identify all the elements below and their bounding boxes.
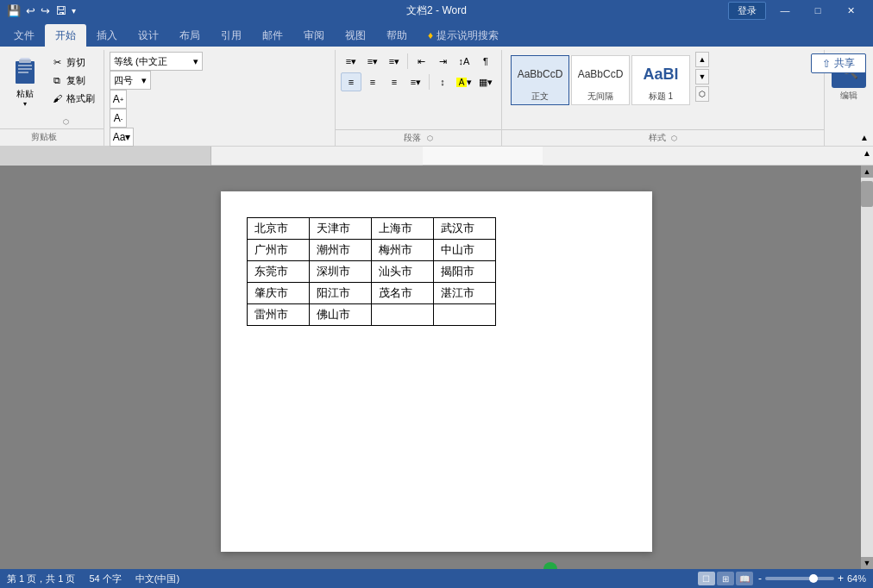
ruler-toggle-button[interactable]: ▲: [863, 148, 871, 158]
scroll-down-button[interactable]: ▼: [861, 557, 873, 569]
borders-button[interactable]: ▦▾: [475, 72, 496, 91]
quick-access-toolbar[interactable]: 💾 ↩ ↪ 🖫 ▾: [7, 4, 76, 17]
decrease-font-button[interactable]: A-: [110, 109, 127, 128]
read-mode-button[interactable]: 📖: [736, 572, 753, 585]
table-cell[interactable]: 天津市: [310, 218, 372, 240]
collapse-ribbon-button[interactable]: ▲: [857, 130, 871, 144]
justify-button[interactable]: ≡▾: [405, 72, 426, 91]
tab-design[interactable]: 设计: [128, 24, 169, 47]
font-name-selector[interactable]: 等线 (中文正 ▾: [110, 52, 203, 71]
numbering-button[interactable]: ≡▾: [362, 52, 383, 71]
format-painter-label: 格式刷: [66, 92, 95, 105]
paste-button[interactable]: 粘贴 ▾: [5, 52, 45, 109]
align-left-button[interactable]: ≡: [341, 72, 361, 91]
para-expand-icon[interactable]: ⬡: [427, 134, 433, 142]
dropdown-icon[interactable]: ▾: [72, 6, 76, 16]
maximize-button[interactable]: □: [802, 0, 833, 21]
styles-scroll-up[interactable]: ▲: [695, 52, 709, 67]
table-cell[interactable]: 肇庆市: [248, 283, 310, 304]
window-controls[interactable]: — □ ✕: [769, 0, 866, 21]
zoom-out-icon[interactable]: -: [758, 572, 762, 585]
table-cell[interactable]: 揭阳市: [434, 261, 496, 283]
increase-font-button[interactable]: A+: [110, 90, 127, 109]
style-heading1[interactable]: AaBl 标题 1: [631, 55, 690, 105]
scroll-up-button[interactable]: ▲: [861, 166, 873, 178]
login-button[interactable]: 登录: [728, 2, 766, 20]
decrease-indent-button[interactable]: ⇤: [411, 52, 431, 71]
print-layout-view-button[interactable]: ☐: [698, 572, 715, 585]
table-cell[interactable]: 深圳市: [310, 261, 372, 283]
tab-view[interactable]: 视图: [335, 24, 376, 47]
zoom-slider[interactable]: [765, 577, 834, 580]
format-painter-button[interactable]: 🖌 格式刷: [47, 90, 98, 107]
table-cell[interactable]: 潮州市: [310, 240, 372, 261]
tab-help[interactable]: 帮助: [376, 24, 418, 47]
tab-search[interactable]: ♦ 提示说明搜索: [418, 24, 509, 47]
styles-scroll-down[interactable]: ▼: [695, 69, 709, 84]
tab-home[interactable]: 开始: [45, 24, 86, 47]
styles-expand-button[interactable]: ⬡: [695, 86, 709, 102]
share-area: ⇧ 共享: [811, 53, 866, 73]
table-cell[interactable]: 茂名市: [372, 283, 434, 304]
increase-indent-button[interactable]: ⇥: [432, 52, 453, 71]
change-case-button[interactable]: Aa▾: [110, 128, 134, 147]
save2-icon[interactable]: 🖫: [55, 4, 66, 17]
table-cell[interactable]: 中山市: [434, 240, 496, 261]
table-cell[interactable]: 梅州市: [372, 240, 434, 261]
copy-button[interactable]: ⧉ 复制: [47, 72, 98, 89]
tab-layout[interactable]: 布局: [169, 24, 210, 47]
clipboard-expand-icon[interactable]: ⬡: [60, 118, 71, 128]
save-icon[interactable]: 💾: [7, 4, 21, 17]
table-cell[interactable]: 佛山市: [310, 304, 372, 326]
show-marks-button[interactable]: ¶: [475, 52, 496, 71]
line-spacing-button[interactable]: ↕: [432, 72, 453, 91]
table-cell[interactable]: 东莞市: [248, 261, 310, 283]
table-cell[interactable]: 北京市: [248, 218, 310, 240]
tab-insert[interactable]: 插入: [86, 24, 128, 47]
sort-button[interactable]: ↕A: [454, 52, 474, 71]
tab-mailings[interactable]: 邮件: [252, 24, 293, 47]
align-right-button[interactable]: ≡: [384, 72, 405, 91]
multilevel-list-button[interactable]: ≡▾: [384, 52, 405, 71]
close-button[interactable]: ✕: [835, 0, 866, 21]
tab-references[interactable]: 引用: [210, 24, 252, 47]
table-cell[interactable]: 武汉市: [434, 218, 496, 240]
format-painter-icon: 🖌: [50, 91, 64, 105]
zoom-in-icon[interactable]: +: [838, 572, 844, 585]
table-cell[interactable]: 上海市: [372, 218, 434, 240]
table-cell[interactable]: 汕头市: [372, 261, 434, 283]
table-cell[interactable]: 广州市: [248, 240, 310, 261]
minimize-button[interactable]: —: [769, 0, 801, 21]
language: 中文(中国): [135, 572, 179, 585]
style-no-spacing[interactable]: AaBbCcD 无间隔: [571, 55, 630, 105]
vertical-scrollbar[interactable]: ▲ ▼: [861, 166, 873, 569]
style-normal[interactable]: AaBbCcD 正文: [511, 55, 569, 105]
cut-icon: ✂: [50, 55, 64, 69]
undo-icon[interactable]: ↩: [26, 4, 35, 17]
redo-icon[interactable]: ↪: [41, 4, 50, 17]
paste-arrow: ▾: [23, 100, 27, 108]
align-center-button[interactable]: ≡: [362, 72, 383, 91]
styles-group: AaBbCcD 正文 AaBbCcD 无间隔 AaBl: [502, 50, 825, 146]
share-button[interactable]: ⇧ 共享: [811, 53, 866, 73]
bullets-button[interactable]: ≡▾: [341, 52, 361, 71]
table-cell[interactable]: 雷州市: [248, 304, 310, 326]
tab-file[interactable]: 文件: [3, 24, 45, 47]
table-cell[interactable]: [434, 304, 496, 326]
cut-label: 剪切: [66, 56, 85, 69]
styles-expand-icon[interactable]: ⬡: [671, 134, 677, 142]
ribbon-tabs: 文件 开始 插入 设计 布局 引用 邮件 审阅 视图 帮助 ♦ 提示说明搜索: [0, 21, 873, 47]
paragraph-label: 段落 ⬡: [336, 129, 501, 144]
table-cell[interactable]: 湛江市: [434, 283, 496, 304]
zoom-level[interactable]: 64%: [847, 573, 866, 584]
shading-button[interactable]: A▾: [454, 72, 474, 91]
para-row-2: ≡ ≡ ≡ ≡▾ ↕ A▾ ▦▾: [341, 72, 496, 91]
table-cell[interactable]: 阳江市: [310, 283, 372, 304]
ribbon: 粘贴 ▾ ✂ 剪切 ⧉ 复制 🖌 格式刷: [0, 47, 873, 147]
scroll-thumb[interactable]: [861, 181, 873, 207]
font-size-selector[interactable]: 四号 ▾: [110, 71, 151, 90]
table-cell[interactable]: [372, 304, 434, 326]
web-layout-view-button[interactable]: ⊞: [717, 572, 734, 585]
cut-button[interactable]: ✂ 剪切: [47, 53, 98, 71]
tab-review[interactable]: 审阅: [293, 24, 335, 47]
